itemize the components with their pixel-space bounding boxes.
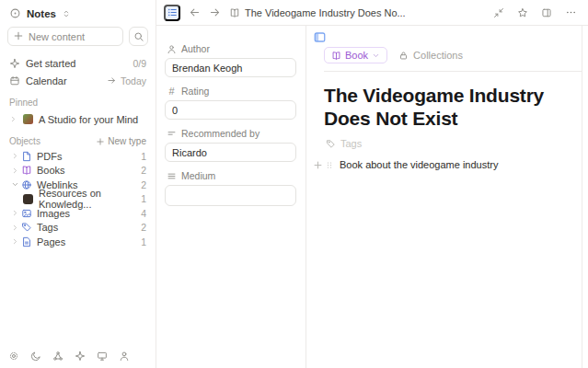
get-started-count: 0/9 (133, 58, 146, 69)
collections-label: Collections (413, 50, 463, 61)
property-recommended-by: Recommended by (165, 128, 296, 162)
person-icon (167, 44, 177, 54)
object-count: 1 (141, 236, 146, 247)
gallery-sparkle-icon[interactable] (75, 351, 86, 362)
pinned-section-header: Pinned (9, 98, 146, 108)
property-rating-label-row[interactable]: # Rating (167, 86, 296, 97)
short-text-icon (167, 129, 177, 139)
graph-icon[interactable] (52, 351, 63, 362)
main-area: The Videogame Industry Does No... (156, 0, 588, 368)
recommended-by-field[interactable] (165, 143, 296, 162)
chevron-right-icon[interactable] (9, 152, 20, 160)
rating-field[interactable] (165, 100, 296, 120)
property-author-label-row[interactable]: Author (167, 43, 296, 54)
sidebar-item-resources[interactable]: Resources on Knowledg... 1 (7, 192, 148, 207)
object-count: 2 (141, 222, 146, 233)
favorite-star-icon[interactable] (517, 7, 528, 18)
plus-icon (13, 30, 24, 41)
layout-panel-icon[interactable] (541, 7, 552, 18)
sparkle-icon (9, 58, 20, 69)
header-actions (493, 6, 577, 18)
settings-gear-icon[interactable] (8, 351, 19, 362)
object-label: Books (37, 165, 65, 176)
tags-label: Tags (340, 138, 362, 149)
sidebar-item-get-started[interactable]: Get started 0/9 (7, 54, 148, 72)
space-icon (9, 7, 21, 19)
property-label: Medium (181, 170, 215, 181)
divider (324, 71, 582, 72)
calendar-today-label: Today (121, 75, 146, 86)
chevron-right-icon[interactable] (9, 209, 20, 217)
object-label: Tags (37, 222, 58, 233)
object-label: Resources on Knowledg... (39, 188, 141, 210)
forward-arrow-icon[interactable] (209, 6, 221, 18)
sidebar-item-pdfs[interactable]: PDFs 1 (7, 149, 148, 164)
sidebar-item-tags[interactable]: Tags 2 (7, 221, 148, 236)
app-window: Notes Get started 0/9 (0, 0, 588, 368)
type-chip-label: Book (345, 50, 368, 61)
tags-row[interactable]: Tags (326, 138, 582, 149)
medium-field[interactable] (165, 185, 296, 206)
collections-button[interactable]: Collections (398, 50, 463, 61)
author-field[interactable] (165, 58, 296, 77)
new-content-input[interactable] (7, 27, 123, 46)
object-count: 2 (141, 165, 146, 176)
chevron-right-icon[interactable] (9, 237, 20, 246)
document-tab[interactable]: The Videogame Industry Does No... (229, 7, 406, 18)
widget-panel-toggle-button[interactable] (164, 5, 180, 21)
list-lines-icon (167, 171, 177, 181)
new-type-button[interactable]: New type (96, 136, 146, 146)
collections-icon (398, 51, 409, 61)
add-block-plus-icon[interactable] (313, 160, 323, 170)
chevron-down-icon[interactable] (9, 180, 20, 189)
sidebar-toggle-icon[interactable] (312, 29, 327, 44)
more-options-icon[interactable] (565, 6, 577, 18)
weblink-favicon (22, 194, 34, 204)
text-block[interactable]: Book about the videogame industry (313, 159, 582, 170)
pinned-item-label: A Studio for your Mind (39, 114, 138, 125)
arrow-right-icon (107, 75, 117, 86)
chevron-right-icon[interactable] (9, 115, 17, 123)
property-author: Author (165, 43, 296, 77)
tag-icon (20, 222, 32, 233)
sidebar: Notes Get started 0/9 (0, 0, 156, 368)
page-title[interactable]: The Videogame Industry Does Not Exist (324, 84, 582, 130)
plus-icon (96, 137, 105, 146)
property-recommended-label-row[interactable]: Recommended by (167, 128, 296, 139)
pinned-item-thumbnail (23, 114, 33, 124)
display-icon[interactable] (97, 351, 108, 362)
page-icon (20, 236, 32, 247)
sidebar-item-pages[interactable]: Pages 1 (7, 235, 148, 249)
object-count: 1 (141, 193, 146, 204)
collapse-icon[interactable] (493, 7, 504, 18)
sidebar-footer (8, 351, 130, 362)
block-text: Book about the videogame industry (340, 159, 498, 170)
chevron-right-icon[interactable] (9, 224, 20, 232)
new-content-wrap (7, 27, 123, 46)
list-menu-icon (167, 6, 179, 18)
objects-header-label: Objects (9, 136, 40, 146)
dark-mode-moon-icon[interactable] (30, 351, 41, 362)
property-label: Recommended by (181, 128, 259, 139)
type-row: Book Collections (324, 47, 582, 63)
object-count: 1 (141, 151, 146, 162)
chevron-down-icon (372, 52, 380, 60)
sidebar-item-books[interactable]: Books 2 (7, 164, 148, 178)
profile-person-icon[interactable] (119, 351, 130, 362)
search-button[interactable] (129, 27, 148, 46)
pinned-item-studio[interactable]: A Studio for your Mind (7, 110, 148, 128)
sidebar-item-calendar[interactable]: Calendar Today (7, 72, 148, 89)
globe-icon (20, 179, 32, 190)
calendar-today[interactable]: Today (107, 75, 146, 86)
book-icon (331, 51, 341, 61)
object-label: PDFs (37, 151, 63, 162)
image-icon (20, 208, 32, 219)
space-switcher[interactable]: Notes (7, 6, 148, 27)
object-label: Pages (37, 236, 65, 247)
drag-handle-icon[interactable] (325, 160, 334, 170)
chevron-right-icon[interactable] (9, 167, 20, 175)
book-icon (20, 165, 32, 176)
back-arrow-icon[interactable] (189, 6, 201, 18)
property-medium-label-row[interactable]: Medium (167, 170, 296, 181)
object-type-chip[interactable]: Book (324, 47, 387, 63)
